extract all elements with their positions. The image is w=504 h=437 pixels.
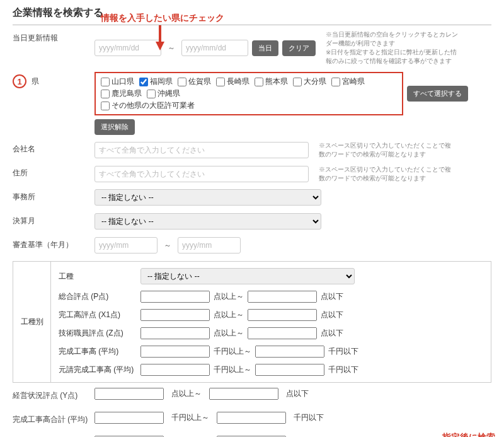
ktype-select[interactable]: -- 指定しない -- [140, 268, 355, 284]
label-pref: 1 県 [13, 72, 94, 88]
prefecture-box: 山口県 福岡県 佐賀県 長崎県 熊本県 大分県 宮崎県 鹿児島県 沖縄県 その他… [94, 72, 403, 115]
keiei-min-input[interactable] [94, 388, 164, 400]
arrow-down-icon [156, 42, 164, 50]
pref-check-kagoshima[interactable] [101, 90, 110, 98]
pref-item: 長崎県 [216, 77, 249, 86]
hint-date: ※当日更新情報の空白をクリックするとカレンダー機能が利用できます ※日付を指定す… [326, 30, 458, 66]
kanko-avg-min-input[interactable] [140, 346, 210, 358]
deselect-button[interactable]: 選択解除 [94, 119, 135, 135]
label-sogo: 総合評点 (P点) [59, 291, 140, 302]
label-office: 事務所 [13, 189, 94, 202]
tilde: ～ [165, 43, 178, 54]
kanko-max-input[interactable] [248, 309, 317, 321]
annotation-right: 指定後に検索 [442, 432, 495, 437]
office-select[interactable]: -- 指定しない -- [94, 189, 321, 206]
gijutsu-max-input[interactable] [248, 327, 317, 339]
pref-check-other[interactable] [101, 102, 110, 110]
label-kanko-avg: 完成工事高 (平均) [59, 346, 140, 357]
hint-address: ※スペース区切りで入力していただくことで複数のワードでの検索が可能となります [319, 165, 451, 183]
label-keiei: 経営状況評点 (Y点) [13, 388, 94, 401]
pref-check-oita[interactable] [293, 78, 302, 86]
pref-check-kumamoto[interactable] [255, 78, 263, 86]
arrow-stem [159, 25, 161, 43]
sogo-max-input[interactable] [248, 291, 317, 303]
label-kanko-total: 完成工事高合計 (平均) [13, 412, 94, 425]
pref-check-miyazaki[interactable] [331, 78, 340, 86]
unit: 点以下 [317, 291, 347, 302]
pref-item: その他県の大臣許可業者 [101, 101, 397, 110]
label-review: 審査基準（年月） [13, 237, 94, 250]
select-all-button[interactable]: すべて選択する [407, 86, 468, 102]
pref-item: 鹿児島県 [101, 89, 142, 98]
label-motouke: 元請完成工事高 (平均) [59, 364, 140, 375]
kanko-total-min-input[interactable] [94, 412, 164, 424]
kanko-min-input[interactable] [140, 309, 210, 321]
pref-item: 佐賀県 [178, 77, 211, 86]
label-address: 住所 [13, 165, 94, 178]
motouke-min-input[interactable] [140, 364, 210, 376]
date-to-input[interactable] [181, 40, 248, 56]
sogo-min-input[interactable] [140, 291, 210, 303]
gijutsu-min-input[interactable] [140, 327, 210, 339]
pref-item: 山口県 [101, 77, 134, 86]
page-title: 企業情報を検索する [13, 6, 491, 20]
hint-company: ※スペース区切りで入力していただくことで複数のワードでの検索が可能となります [319, 141, 451, 159]
pref-item: 大分県 [293, 77, 326, 86]
pref-item: 沖縄県 [147, 89, 180, 98]
pref-check-okinawa[interactable] [147, 90, 156, 98]
pref-item: 宮崎県 [331, 77, 365, 86]
pref-check-saga[interactable] [178, 78, 186, 86]
address-input[interactable] [94, 166, 309, 182]
clear-button[interactable]: クリア [282, 40, 316, 56]
pref-item: 福岡県 [139, 77, 173, 86]
pref-item: 熊本県 [255, 77, 288, 86]
label-company: 会社名 [13, 141, 94, 154]
pref-check-fukuoka[interactable] [139, 78, 148, 86]
label-kanko: 完工高評点 (X1点) [59, 310, 140, 320]
label-fiscal: 決算月 [13, 213, 94, 226]
unit: 点以上～ [210, 291, 248, 302]
label-ktype: 工種 [59, 271, 140, 282]
badge-1: 1 [13, 74, 26, 88]
tilde: ～ [161, 240, 174, 251]
pref-check-yamaguchi[interactable] [101, 78, 110, 86]
today-button[interactable]: 当日 [252, 40, 278, 56]
company-input[interactable] [94, 142, 309, 158]
review-to-input[interactable] [178, 237, 241, 253]
kind-side-label: 工種別 [13, 262, 51, 382]
kanko-avg-max-input[interactable] [255, 346, 324, 358]
kind-box: 工種別 工種 -- 指定しない -- 総合評点 (P点) 点以上～ 点以下 完工… [13, 261, 491, 383]
pref-check-nagasaki[interactable] [216, 78, 225, 86]
review-from-input[interactable] [94, 237, 158, 253]
kanko-total-max-input[interactable] [217, 412, 286, 424]
fiscal-select[interactable]: -- 指定しない -- [94, 213, 321, 230]
annotation-top: 情報を入手したい県にチェック [101, 13, 224, 24]
label-gijutsu: 技術職員評点 (Z点) [59, 328, 140, 339]
keiei-max-input[interactable] [209, 388, 278, 400]
divider [13, 25, 491, 25]
motouke-max-input[interactable] [255, 364, 324, 376]
label-date: 当日更新情報 [13, 30, 94, 44]
date-from-input[interactable] [94, 40, 161, 56]
